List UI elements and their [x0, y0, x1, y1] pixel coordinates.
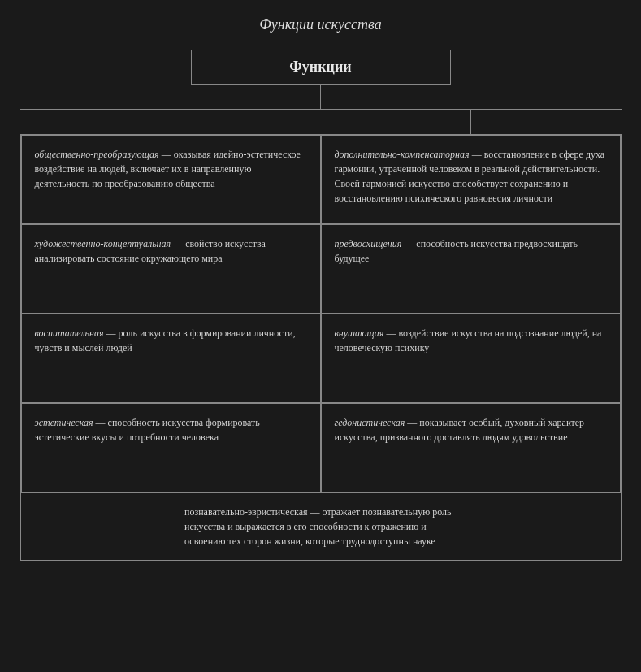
right-connector	[470, 110, 471, 134]
cell-1: общественно-преобразующая — оказывая иде…	[21, 135, 321, 224]
cell-7-text: эстетическая — способность искусства фор…	[35, 417, 260, 443]
cell-5-text: воспитательная — роль искусства в формир…	[35, 327, 296, 353]
cell-8-text: гедонистическая — показывает особый, дух…	[335, 417, 585, 443]
header-box: Функции	[191, 50, 451, 85]
cell-6: внушающая — воздействие искусства на под…	[321, 314, 621, 403]
cell-2: дополнительно-компенсаторная — восстанов…	[321, 135, 621, 224]
cell-2-text: дополнительно-компенсаторная — восстанов…	[335, 149, 605, 204]
branch-connectors	[20, 110, 622, 134]
cell-3: художественно-концептуальная — свойство …	[21, 224, 321, 314]
cell-4-text: предвосхищения — способность искусства п…	[335, 238, 578, 264]
cell-3-text: художественно-концептуальная — свойство …	[35, 238, 266, 264]
bottom-row: познавательно-эвристическая — отражает п…	[20, 493, 622, 561]
cell-6-text: внушающая — воздействие искусства на под…	[335, 327, 602, 353]
cell-7: эстетическая — способность искусства фор…	[21, 403, 321, 492]
functions-grid: общественно-преобразующая — оказывая иде…	[20, 134, 622, 493]
bottom-cell-text: познавательно-эвристическая — отражает п…	[184, 506, 452, 547]
cell-1-text: общественно-преобразующая — оказывая иде…	[35, 149, 301, 189]
diagram-container: Функции искусства Функции общественно-пр…	[20, 16, 622, 561]
bottom-cell: познавательно-эвристическая — отражает п…	[171, 493, 470, 560]
left-connector	[171, 110, 171, 134]
cell-8: гедонистическая — показывает особый, дух…	[321, 403, 621, 492]
page-title: Функции искусства	[259, 16, 381, 33]
connector-top	[320, 85, 321, 109]
cell-4: предвосхищения — способность искусства п…	[321, 224, 621, 314]
cell-5: воспитательная — роль искусства в формир…	[21, 314, 321, 403]
